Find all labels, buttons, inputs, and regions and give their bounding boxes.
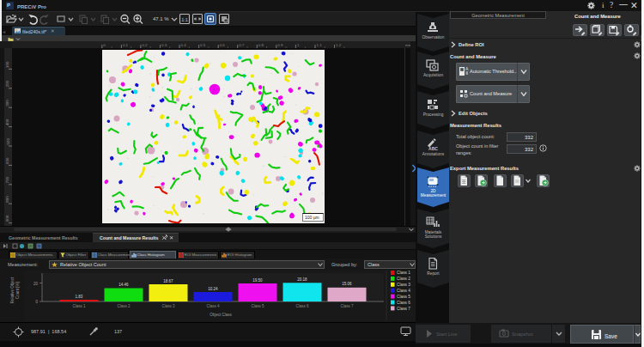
svg-text:20: 20	[33, 282, 39, 286]
svg-text:0.8: 0.8	[258, 43, 264, 47]
svg-text:Snapshot: Snapshot	[512, 332, 533, 337]
svg-text:Relative Object: Relative Object	[10, 277, 15, 303]
svg-text:800: 800	[6, 196, 10, 203]
svg-text:0.5: 0.5	[200, 43, 206, 47]
svg-text:900: 900	[6, 215, 10, 222]
svg-text:0.9: 0.9	[277, 43, 283, 47]
svg-text:19.50: 19.50	[252, 278, 263, 283]
svg-text:18.67: 18.67	[163, 279, 173, 283]
svg-text:10.24: 10.24	[208, 287, 218, 291]
svg-text:0.7: 0.7	[239, 43, 245, 47]
svg-text:0.3: 0.3	[161, 43, 167, 47]
svg-text:Class 1: Class 1	[72, 304, 86, 308]
svg-text:Start Live: Start Live	[436, 332, 458, 337]
svg-text:Class 3: Class 3	[161, 304, 175, 308]
svg-text:Class 2: Class 2	[397, 277, 410, 281]
svg-text:20.18: 20.18	[297, 277, 307, 282]
svg-text:600: 600	[6, 157, 10, 164]
svg-text:ABC: ABC	[428, 146, 438, 150]
svg-text:0.2: 0.2	[142, 43, 148, 47]
svg-text:1.83: 1.83	[76, 295, 83, 299]
svg-text:Class 7: Class 7	[397, 307, 410, 311]
svg-text:500: 500	[6, 138, 10, 145]
svg-text:1.1: 1.1	[317, 43, 323, 47]
svg-text:100: 100	[6, 61, 10, 68]
svg-text:Class 5: Class 5	[251, 304, 264, 308]
svg-text:Class 1: Class 1	[397, 271, 410, 275]
svg-text:Class 4: Class 4	[397, 289, 410, 293]
svg-text:Save: Save	[605, 333, 617, 339]
svg-text:Class 4: Class 4	[206, 304, 220, 308]
svg-text:15.06: 15.06	[342, 282, 352, 286]
svg-text:0.4: 0.4	[181, 43, 187, 47]
svg-text:Object Class: Object Class	[210, 313, 232, 317]
svg-text:Class 5: Class 5	[397, 295, 410, 299]
svg-text:Class 2: Class 2	[117, 304, 131, 308]
svg-text:1:1: 1:1	[181, 17, 188, 22]
svg-text:14.46: 14.46	[118, 283, 129, 287]
svg-text:200: 200	[6, 80, 10, 87]
svg-text:Class 6: Class 6	[295, 304, 309, 308]
svg-text:400: 400	[6, 119, 10, 125]
svg-text:Class 3: Class 3	[397, 283, 410, 287]
svg-text:Count [%]: Count [%]	[15, 282, 20, 299]
svg-text:0.1: 0.1	[123, 43, 129, 47]
svg-text:0.6: 0.6	[220, 43, 226, 47]
svg-text:A: A	[465, 66, 469, 71]
svg-text:300: 300	[6, 100, 10, 107]
svg-text:700: 700	[6, 176, 10, 183]
svg-text:Class 6: Class 6	[397, 301, 410, 305]
svg-text:1.2: 1.2	[336, 43, 342, 47]
svg-text:Class 7: Class 7	[340, 304, 354, 308]
